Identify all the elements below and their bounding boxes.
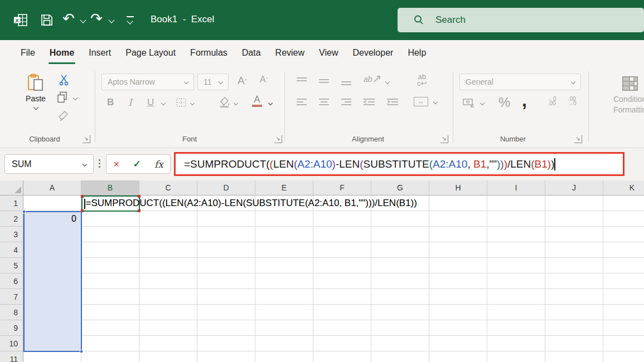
select-all-corner[interactable] bbox=[0, 180, 23, 195]
tab-home[interactable]: Home bbox=[42, 40, 81, 66]
italic-button[interactable]: I bbox=[128, 97, 132, 108]
redo-chevron-icon[interactable] bbox=[108, 17, 114, 23]
tab-formulas[interactable]: Formulas bbox=[183, 40, 235, 66]
row-header-8[interactable]: 8 bbox=[0, 305, 23, 320]
tab-view[interactable]: View bbox=[312, 40, 345, 66]
fill-color-chevron-icon[interactable] bbox=[234, 101, 238, 105]
comma-style-icon[interactable]: , bbox=[522, 90, 527, 111]
font-size-select[interactable]: 11 bbox=[197, 74, 229, 90]
customize-quick-access-toolbar-icon[interactable] bbox=[126, 16, 135, 25]
underline-chevron-icon[interactable] bbox=[161, 101, 166, 105]
decrease-indent-icon[interactable] bbox=[362, 98, 376, 107]
cut-icon[interactable] bbox=[59, 75, 69, 86]
clipboard-dialog-launcher-icon[interactable]: ↘ bbox=[83, 135, 90, 143]
font-color-icon[interactable]: A bbox=[252, 95, 262, 107]
merge-center-chevron-icon[interactable] bbox=[433, 100, 438, 104]
tab-review[interactable]: Review bbox=[268, 40, 312, 66]
number-format-select[interactable]: General bbox=[459, 74, 581, 90]
search-input[interactable]: Search bbox=[398, 8, 644, 32]
orientation-chevron-icon[interactable] bbox=[385, 80, 390, 84]
formula-input[interactable]: =SUMPRODUCT((LEN(A2:A10)-LEN(SUBSTITUTE(… bbox=[174, 152, 624, 176]
increase-indent-icon[interactable] bbox=[386, 98, 399, 107]
percent-style-icon[interactable]: % bbox=[498, 95, 510, 110]
row-header-5[interactable]: 5 bbox=[0, 258, 23, 273]
font-dialog-launcher-icon[interactable]: ↘ bbox=[274, 135, 282, 143]
row-header-1[interactable]: 1 bbox=[0, 195, 23, 211]
save-icon[interactable] bbox=[40, 13, 54, 27]
accounting-chevron-icon[interactable] bbox=[480, 101, 485, 105]
borders-icon[interactable] bbox=[176, 98, 186, 107]
formula-buttons: × ✓ fx bbox=[106, 154, 171, 174]
column-header-k[interactable]: K bbox=[603, 180, 644, 195]
column-header-a[interactable]: A bbox=[23, 180, 81, 195]
formula-bar-separator-dots[interactable] bbox=[99, 159, 100, 161]
undo-icon[interactable]: ↶ bbox=[62, 10, 75, 27]
row-header-9[interactable]: 9 bbox=[0, 320, 23, 336]
number-dialog-launcher-icon[interactable]: ↘ bbox=[574, 135, 582, 143]
enter-icon[interactable]: ✓ bbox=[133, 158, 141, 170]
excel-logo-icon[interactable]: X bbox=[13, 13, 28, 27]
align-center-icon[interactable] bbox=[318, 98, 330, 107]
column-header-j[interactable]: J bbox=[545, 180, 603, 195]
range-highlight-a2-a10[interactable] bbox=[23, 211, 82, 352]
align-right-icon[interactable] bbox=[340, 98, 352, 107]
clipboard-group-label: Clipboard bbox=[17, 135, 72, 143]
orientation-icon[interactable]: ab bbox=[364, 75, 381, 84]
column-header-f[interactable]: F bbox=[313, 180, 371, 195]
column-header-e[interactable]: E bbox=[255, 180, 313, 195]
copy-chevron-icon[interactable] bbox=[73, 96, 78, 100]
align-left-icon[interactable] bbox=[296, 98, 308, 107]
undo-chevron-icon[interactable] bbox=[80, 17, 86, 23]
tab-page-layout[interactable]: Page Layout bbox=[118, 40, 183, 66]
font-color-chevron-icon[interactable] bbox=[268, 101, 273, 105]
fill-handle-icon[interactable] bbox=[80, 350, 83, 353]
cell-a2-value[interactable]: 0 bbox=[23, 211, 80, 227]
fill-color-icon[interactable] bbox=[219, 96, 231, 108]
row-header-11[interactable]: 11 bbox=[0, 351, 23, 362]
column-header-d[interactable]: D bbox=[197, 180, 255, 195]
increase-decimal-icon[interactable]: ←0 .00 bbox=[548, 97, 556, 106]
bold-button[interactable]: B bbox=[107, 97, 114, 108]
row-header-2[interactable]: 2 bbox=[0, 211, 23, 227]
row-header-3[interactable]: 3 bbox=[0, 227, 23, 242]
row-header-7[interactable]: 7 bbox=[0, 289, 23, 305]
column-header-h[interactable]: H bbox=[429, 180, 487, 195]
paste-button[interactable]: Paste bbox=[19, 74, 52, 109]
merge-center-icon[interactable]: ↔ bbox=[414, 97, 428, 106]
conditional-formatting-button[interactable]: Conditional Formatting bbox=[613, 74, 644, 115]
wrap-text-icon[interactable]: abc↩ bbox=[417, 74, 427, 87]
alignment-dialog-launcher-icon[interactable]: ↘ bbox=[440, 135, 448, 143]
tab-developer[interactable]: Developer bbox=[345, 40, 400, 66]
borders-chevron-icon[interactable] bbox=[190, 101, 195, 105]
tab-help[interactable]: Help bbox=[400, 40, 433, 66]
redo-icon[interactable]: ↷ bbox=[90, 10, 103, 27]
align-middle-icon[interactable] bbox=[318, 77, 330, 86]
cells-area[interactable] bbox=[23, 195, 644, 362]
tab-insert[interactable]: Insert bbox=[81, 40, 118, 66]
cancel-icon[interactable]: × bbox=[113, 158, 119, 170]
accounting-format-icon[interactable] bbox=[463, 98, 476, 108]
row-header-10[interactable]: 10 bbox=[0, 336, 23, 351]
column-header-b[interactable]: B bbox=[81, 180, 139, 195]
row-header-4[interactable]: 4 bbox=[0, 242, 23, 258]
name-box-chevron-icon bbox=[83, 162, 87, 166]
column-header-g[interactable]: G bbox=[371, 180, 429, 195]
increase-font-size-icon[interactable]: A^ bbox=[238, 75, 247, 87]
svg-text:X: X bbox=[15, 17, 19, 23]
underline-button[interactable]: U bbox=[147, 97, 154, 108]
tab-data[interactable]: Data bbox=[235, 40, 268, 66]
decrease-font-size-icon[interactable]: Aˇ bbox=[260, 75, 268, 85]
column-header-i[interactable]: I bbox=[487, 180, 545, 195]
font-name-select[interactable]: Aptos Narrow bbox=[101, 74, 194, 90]
format-painter-icon[interactable] bbox=[58, 110, 69, 121]
align-bottom-icon[interactable] bbox=[340, 77, 352, 86]
align-top-icon[interactable] bbox=[296, 77, 308, 86]
insert-function-icon[interactable]: fx bbox=[154, 159, 163, 170]
name-box[interactable]: SUM bbox=[4, 154, 94, 174]
column-header-c[interactable]: C bbox=[139, 180, 197, 195]
tab-file[interactable]: File bbox=[13, 40, 42, 66]
row-header-6[interactable]: 6 bbox=[0, 273, 23, 289]
ref-handle-icon bbox=[81, 195, 84, 198]
decrease-decimal-icon[interactable]: .00 →0 bbox=[568, 97, 577, 106]
copy-icon[interactable] bbox=[57, 91, 68, 104]
